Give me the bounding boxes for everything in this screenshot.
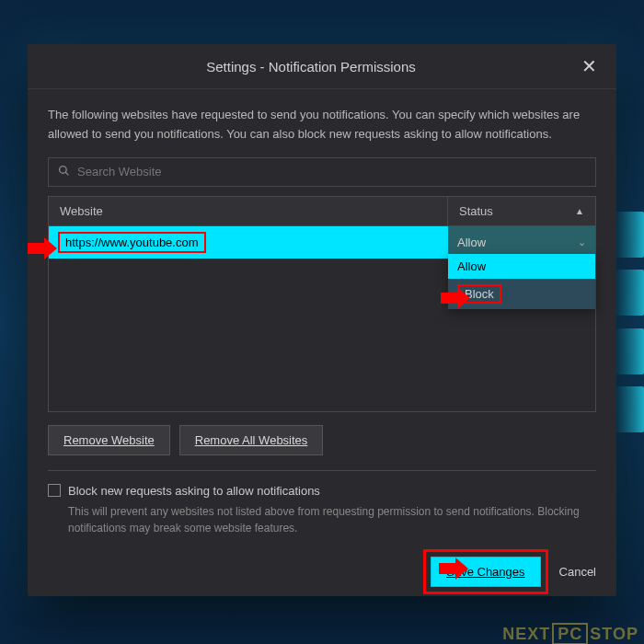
sort-arrow-icon: ▲ — [575, 206, 584, 216]
background-light-bars — [616, 212, 644, 432]
checkbox-label: Block new requests asking to allow notif… — [68, 484, 320, 498]
status-value: Allow — [457, 236, 486, 249]
search-input[interactable] — [77, 165, 586, 178]
checkbox-help-text: This will prevent any websites not liste… — [68, 503, 596, 536]
website-url: https://www.youtube.com — [58, 232, 206, 253]
block-requests-row: Block new requests asking to allow notif… — [48, 484, 596, 498]
remove-website-button[interactable]: Remove Website — [48, 425, 170, 455]
remove-all-button[interactable]: Remove All Websites — [179, 425, 324, 455]
column-status[interactable]: Status ▲ — [448, 197, 595, 225]
svg-line-1 — [65, 172, 68, 175]
cancel-button[interactable]: Cancel — [559, 565, 596, 579]
watermark: NEXTPCSTOP — [502, 625, 638, 644]
settings-modal: Settings - Notification Permissions ✕ Th… — [28, 44, 616, 596]
block-requests-checkbox[interactable] — [48, 484, 61, 497]
search-icon — [58, 165, 70, 179]
modal-body: The following websites have requested to… — [28, 89, 616, 611]
divider — [48, 470, 596, 471]
chevron-down-icon: ⌄ — [578, 236, 586, 248]
dropdown-option-allow[interactable]: Allow — [448, 254, 595, 279]
permissions-table: Website Status ▲ https://www.youtube.com… — [48, 196, 596, 412]
dropdown-option-block[interactable]: Block — [448, 279, 595, 309]
status-dropdown: Allow Block — [448, 254, 595, 309]
footer-buttons: Save Changes Cancel — [48, 549, 596, 594]
column-website[interactable]: Website — [49, 197, 448, 225]
modal-header: Settings - Notification Permissions ✕ — [28, 44, 616, 89]
table-body: https://www.youtube.com Allow ⌄ Allow Bl… — [49, 226, 595, 411]
modal-title: Settings - Notification Permissions — [44, 59, 578, 75]
search-box[interactable] — [48, 157, 596, 187]
website-cell[interactable]: https://www.youtube.com — [49, 226, 448, 259]
svg-point-0 — [60, 166, 67, 173]
table-header: Website Status ▲ — [49, 197, 595, 226]
remove-buttons-row: Remove Website Remove All Websites — [48, 425, 596, 455]
close-icon[interactable]: ✕ — [578, 57, 600, 75]
status-header-label: Status — [459, 204, 493, 218]
description-text: The following websites have requested to… — [48, 106, 596, 144]
